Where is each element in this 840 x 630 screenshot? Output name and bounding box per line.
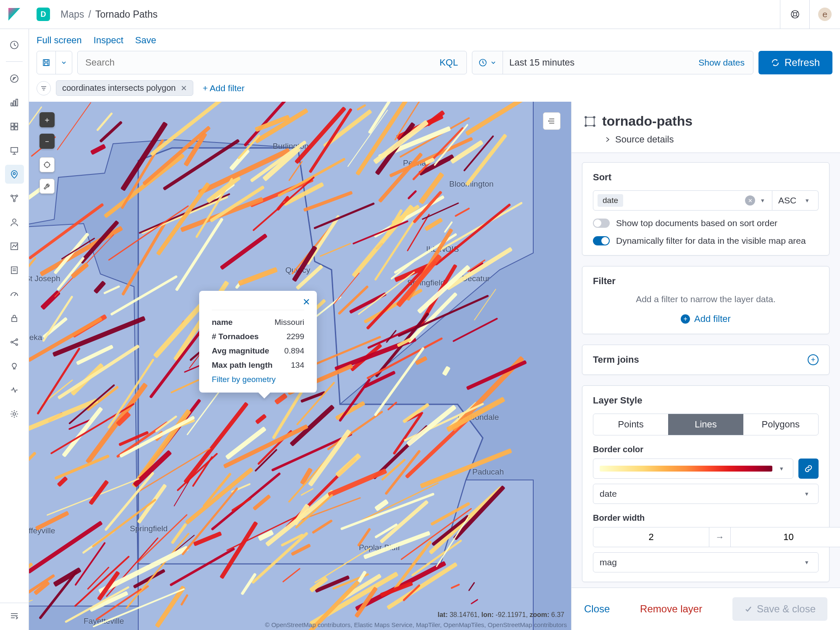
sort-field-input[interactable]: date ✕ ▾ xyxy=(593,190,772,211)
refresh-button[interactable]: Refresh xyxy=(758,51,832,74)
width-max-input[interactable] xyxy=(730,527,840,547)
fit-to-data-button[interactable] xyxy=(39,157,55,172)
save-link[interactable]: Save xyxy=(135,35,156,46)
border-color-select[interactable]: ▾ xyxy=(593,459,793,479)
dynamic-filter-toggle[interactable] xyxy=(593,236,610,245)
sort-heading: Sort xyxy=(593,172,819,183)
save-query-split-button[interactable] xyxy=(37,51,72,74)
breadcrumb-root[interactable]: Maps xyxy=(61,9,84,20)
space-selector[interactable]: D xyxy=(37,8,50,21)
arrow-right-icon: → xyxy=(709,527,730,547)
action-bar: Full screen Inspect Save xyxy=(29,29,840,51)
popup-close-button[interactable]: ✕ xyxy=(303,297,310,308)
sort-direction-select[interactable]: ASC ▾ xyxy=(772,190,819,211)
source-details-toggle[interactable]: Source details xyxy=(604,134,827,145)
tab-lines[interactable]: Lines xyxy=(668,414,743,435)
nav-uptime-icon[interactable] xyxy=(5,380,24,399)
nav-share-icon[interactable] xyxy=(5,332,24,351)
color-field-select[interactable]: date ▾ xyxy=(593,484,819,504)
date-range-text[interactable]: Last 15 minutes xyxy=(503,51,698,74)
popup-row: Avg magnitude0.894 xyxy=(212,346,304,356)
filter-pill[interactable]: coordinates intersects polygon ✕ xyxy=(56,80,193,96)
toggle-toc-button[interactable] xyxy=(543,112,561,130)
svg-rect-28 xyxy=(11,267,17,274)
date-picker: Last 15 minutes Show dates xyxy=(472,51,753,74)
svg-rect-42 xyxy=(43,60,49,66)
nav-canvas-icon[interactable] xyxy=(5,141,24,160)
quick-select-button[interactable] xyxy=(472,51,503,74)
check-icon xyxy=(744,605,753,613)
border-width-label: Border width xyxy=(593,513,819,523)
app-logo[interactable] xyxy=(0,0,29,29)
zoom-out-button[interactable]: － xyxy=(39,134,55,149)
width-min-input[interactable] xyxy=(593,527,709,547)
lock-icon xyxy=(10,314,19,323)
nav-graph-icon[interactable] xyxy=(5,189,24,208)
svg-point-59 xyxy=(585,116,587,118)
chevron-right-icon xyxy=(604,136,611,143)
kibana-logo-icon xyxy=(8,8,20,21)
clear-sort-field-icon[interactable]: ✕ xyxy=(745,195,755,206)
nav-logs-icon[interactable] xyxy=(5,261,24,279)
show-dates-link[interactable]: Show dates xyxy=(698,58,753,68)
tab-polygons[interactable]: Polygons xyxy=(743,414,818,435)
chevron-down-icon: ▾ xyxy=(777,465,787,472)
sort-card: Sort date ✕ ▾ ASC ▾ xyxy=(582,162,829,256)
nav-collapse-button[interactable] xyxy=(0,603,29,622)
query-bar: KQL Last 15 minutes Show dates Refresh xyxy=(29,51,840,79)
header-bar: D Maps / Tornado Paths e xyxy=(0,0,840,29)
svg-line-5 xyxy=(796,11,798,13)
nav-ml-icon[interactable] xyxy=(5,213,24,232)
filter-options-button[interactable] xyxy=(37,81,51,95)
color-link-button[interactable] xyxy=(798,459,819,479)
calendar-icon xyxy=(479,58,487,67)
map-canvas[interactable]: BurlingtonPeoriaBloomingtonQuincyILLINOI… xyxy=(29,102,571,630)
nav-visualize-icon[interactable] xyxy=(5,93,24,112)
chevron-down-icon xyxy=(55,51,72,74)
wrench-icon xyxy=(43,182,51,190)
nav-infra-icon[interactable] xyxy=(5,237,24,256)
user-avatar[interactable]: e xyxy=(818,8,832,21)
svg-point-1 xyxy=(793,13,797,16)
nav-management-icon[interactable] xyxy=(5,404,24,423)
filter-by-geometry-link[interactable]: Filter by geometry xyxy=(212,375,304,384)
add-layer-filter-button[interactable]: + Add filter xyxy=(593,314,819,324)
svg-point-62 xyxy=(593,125,595,127)
city-label: Topeka xyxy=(29,333,42,342)
inspect-link[interactable]: Inspect xyxy=(94,35,124,46)
svg-rect-10 xyxy=(13,101,15,106)
nav-discover-icon[interactable] xyxy=(5,69,24,88)
user-icon xyxy=(10,218,19,227)
remove-layer-link[interactable]: Remove layer xyxy=(640,603,702,615)
fullscreen-link[interactable]: Full screen xyxy=(37,35,82,46)
chevron-down-icon: ▾ xyxy=(802,197,812,204)
tab-points[interactable]: Points xyxy=(593,414,668,435)
remove-filter-icon[interactable]: ✕ xyxy=(181,84,187,93)
add-join-button[interactable]: + xyxy=(808,354,819,365)
close-panel-link[interactable]: Close xyxy=(584,603,610,615)
term-joins-heading: Term joins xyxy=(593,354,639,365)
graph-icon xyxy=(10,194,19,203)
nav-dashboard-icon[interactable] xyxy=(5,117,24,136)
nav-siem-icon[interactable] xyxy=(5,308,24,327)
query-language-button[interactable]: KQL xyxy=(440,57,466,68)
search-input[interactable] xyxy=(78,57,440,68)
tools-button[interactable] xyxy=(39,179,55,194)
nav-apm-icon[interactable] xyxy=(5,285,24,303)
svg-rect-13 xyxy=(15,123,18,126)
collapse-panel-icon xyxy=(548,117,556,125)
newsfeed-button[interactable] xyxy=(780,0,810,29)
svg-line-31 xyxy=(14,293,16,296)
zoom-in-button[interactable]: ＋ xyxy=(39,112,55,127)
nav-maps-icon[interactable] xyxy=(5,165,24,184)
width-field-select[interactable]: mag ▾ xyxy=(593,552,819,572)
svg-rect-12 xyxy=(11,123,14,126)
show-top-docs-toggle[interactable] xyxy=(593,219,610,228)
nav-recent-icon[interactable] xyxy=(5,35,24,54)
svg-point-33 xyxy=(11,341,13,343)
add-filter-link[interactable]: + Add filter xyxy=(203,83,245,93)
nav-dev-icon[interactable] xyxy=(5,356,24,375)
save-and-close-button[interactable]: Save & close xyxy=(732,597,827,621)
svg-line-3 xyxy=(796,16,798,17)
svg-rect-9 xyxy=(11,103,13,106)
